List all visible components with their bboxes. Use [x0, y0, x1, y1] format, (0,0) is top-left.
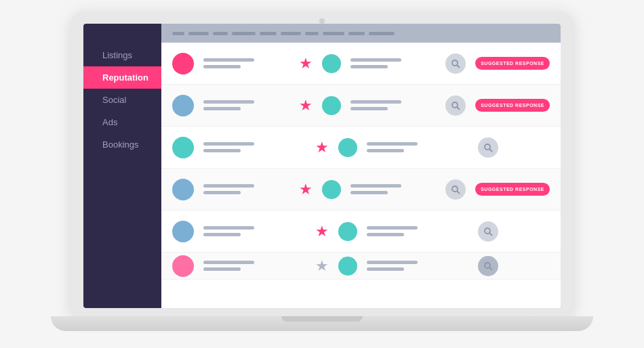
teal-circle	[338, 222, 357, 241]
svg-line-11	[490, 267, 492, 269]
text-lines	[203, 142, 306, 152]
text-line	[203, 107, 241, 110]
text-line	[203, 226, 254, 230]
text-line	[203, 191, 241, 194]
text-line	[203, 233, 241, 236]
avatar	[172, 221, 194, 242]
text-line	[203, 142, 254, 146]
star-icon: ★	[299, 97, 313, 114]
svg-point-6	[452, 186, 458, 192]
table-row: ★	[161, 211, 561, 253]
text-line	[350, 100, 401, 104]
text-line	[367, 142, 418, 146]
svg-line-3	[458, 107, 460, 109]
teal-circle	[322, 96, 341, 115]
svg-point-4	[485, 144, 490, 150]
search-icon[interactable]	[445, 179, 466, 200]
text-line	[350, 184, 401, 188]
text-lines	[203, 100, 289, 110]
star-icon: ★	[315, 139, 329, 156]
text-line	[367, 233, 404, 236]
svg-line-1	[458, 65, 460, 67]
search-icon[interactable]	[445, 53, 466, 74]
svg-point-8	[485, 228, 490, 234]
header-dash	[323, 32, 344, 35]
search-icon[interactable]	[478, 221, 498, 242]
text-line	[350, 65, 388, 68]
table-row: ★ SUGGESTED RESPONSE	[161, 43, 561, 85]
table-body: ★ SUGGESTED RESPONSE	[161, 43, 561, 308]
text-line	[203, 65, 241, 68]
teal-circle	[338, 257, 357, 276]
avatar	[172, 53, 194, 74]
text-lines2	[350, 100, 437, 110]
text-line	[350, 58, 401, 62]
laptop: Listings Reputation Social Ads Bookings	[58, 12, 586, 336]
avatar	[172, 137, 194, 158]
svg-line-5	[490, 149, 492, 151]
search-icon[interactable]	[445, 95, 466, 116]
text-line	[203, 58, 254, 62]
text-line	[203, 149, 241, 152]
text-line	[367, 226, 418, 230]
sidebar: Listings Reputation Social Ads Bookings	[83, 24, 161, 308]
table-row-partial: ★	[161, 253, 561, 280]
text-lines2	[367, 226, 469, 236]
sidebar-item-ads[interactable]: Ads	[83, 111, 161, 133]
sidebar-item-reputation[interactable]: Reputation	[83, 66, 161, 89]
teal-circle	[322, 180, 341, 199]
text-line	[203, 184, 254, 188]
teal-circle	[322, 54, 341, 73]
text-lines	[203, 226, 306, 236]
text-line	[350, 191, 388, 194]
header-dash	[260, 32, 277, 35]
laptop-base	[51, 316, 593, 331]
search-icon[interactable]	[478, 256, 498, 276]
text-line	[367, 149, 404, 152]
main-content: ★ SUGGESTED RESPONSE	[161, 24, 561, 308]
avatar	[172, 179, 194, 200]
table-row: ★	[161, 127, 561, 169]
teal-circle	[338, 138, 357, 157]
header-dash	[281, 32, 301, 35]
suggested-response-badge[interactable]: SUGGESTED RESPONSE	[475, 183, 550, 196]
table-row: ★ SUGGESTED RESPONSE	[161, 85, 561, 127]
suggested-response-badge[interactable]: SUGGESTED RESPONSE	[475, 57, 550, 70]
svg-point-0	[452, 60, 458, 66]
svg-point-10	[485, 263, 490, 268]
sidebar-item-bookings[interactable]: Bookings	[83, 133, 161, 156]
svg-line-9	[490, 233, 492, 235]
table-row: ★ SUGGESTED RESPONSE	[161, 169, 561, 211]
svg-line-7	[458, 191, 460, 193]
star-icon: ★	[315, 223, 329, 240]
screen: Listings Reputation Social Ads Bookings	[83, 24, 561, 308]
text-lines2	[367, 142, 469, 152]
header-dash	[305, 32, 319, 35]
avatar	[172, 95, 194, 116]
svg-point-2	[452, 102, 458, 108]
text-line	[203, 261, 254, 264]
sidebar-item-social[interactable]: Social	[83, 89, 161, 111]
suggested-response-badge[interactable]: SUGGESTED RESPONSE	[475, 99, 550, 112]
header-dash	[188, 32, 209, 35]
text-line	[203, 267, 241, 271]
text-lines	[203, 58, 289, 68]
text-lines2	[367, 261, 469, 271]
text-line	[350, 107, 388, 110]
search-icon[interactable]	[478, 137, 498, 158]
screen-bezel: Listings Reputation Social Ads Bookings	[71, 12, 573, 316]
text-lines2	[350, 58, 437, 68]
star-icon: ★	[299, 55, 313, 72]
sidebar-item-listings[interactable]: Listings	[83, 44, 161, 66]
header-dash	[369, 32, 395, 35]
header-dash	[213, 32, 228, 35]
text-line	[367, 267, 404, 271]
header-dash	[172, 32, 184, 35]
header-bar	[161, 24, 561, 43]
header-dash	[232, 32, 256, 35]
text-lines	[203, 184, 289, 194]
text-lines	[203, 261, 306, 271]
avatar	[172, 255, 194, 277]
text-line	[203, 100, 254, 104]
header-dash	[348, 32, 365, 35]
